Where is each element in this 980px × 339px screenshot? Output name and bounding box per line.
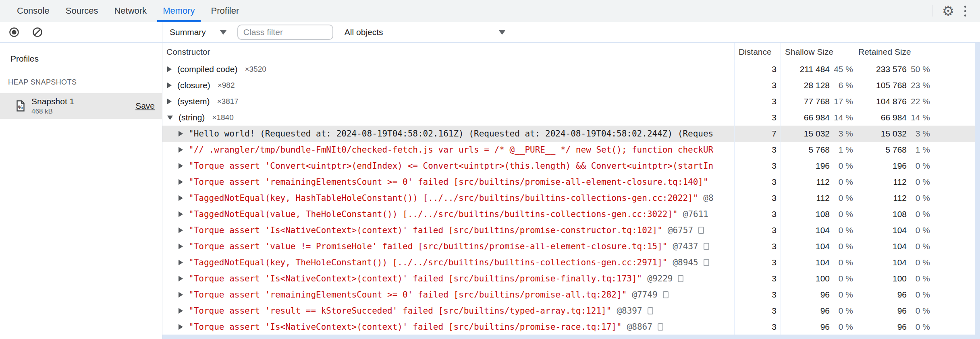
tab-memory[interactable]: Memory	[156, 0, 201, 22]
chevron-down-icon	[498, 30, 506, 35]
table-row[interactable]: (system) ×3817 3 77 768 17 % 104 876 22 …	[162, 93, 980, 110]
grid-header: Constructor Distance Shallow Size Retain…	[162, 43, 980, 61]
object-id: @8945	[673, 258, 698, 267]
sidebar-item-snapshot-1[interactable]: % Snapshot 1 468 kB Save	[0, 93, 162, 119]
record-heap-snapshot-button[interactable]	[6, 24, 23, 41]
object-id: @8397	[617, 306, 642, 316]
shallow-size-value: 104	[816, 242, 830, 251]
column-header-shallow-size[interactable]: Shallow Size	[781, 43, 854, 61]
expand-arrow-icon[interactable]	[179, 179, 183, 185]
retained-size-value: 96	[897, 306, 907, 316]
objects-scope-select[interactable]: All objects	[341, 22, 510, 42]
save-link[interactable]: Save	[135, 101, 155, 111]
expand-arrow-icon[interactable]	[179, 147, 183, 153]
more-options-button[interactable]	[957, 2, 974, 19]
memory-toolbar: Summary All objects	[0, 22, 980, 43]
expand-arrow-icon[interactable]	[167, 116, 173, 120]
constructor-cell: "TaggedNotEqual(key, HashTableHoleConsta…	[162, 190, 735, 206]
distance-value: 3	[772, 177, 777, 187]
vertical-scrollbar-track[interactable]	[975, 43, 980, 339]
table-row[interactable]: "TaggedNotEqual(key, TheHoleConstant()) …	[162, 254, 980, 271]
object-preview-icon[interactable]	[658, 323, 663, 331]
expand-arrow-icon[interactable]	[179, 227, 183, 233]
instance-count: ×3520	[245, 65, 266, 74]
table-row[interactable]: "Torque assert 'result == kStoreSucceded…	[162, 303, 980, 319]
object-id: @9229	[647, 274, 673, 283]
expand-arrow-icon[interactable]	[179, 308, 183, 314]
distance-value: 3	[772, 64, 777, 74]
distance-value: 3	[772, 161, 777, 171]
expand-arrow-icon[interactable]	[179, 292, 183, 298]
expand-arrow-icon[interactable]	[179, 195, 183, 201]
constructor-cell: "Torque assert 'remainingElementsCount >…	[162, 174, 735, 190]
expand-arrow-icon[interactable]	[167, 66, 172, 72]
expand-arrow-icon[interactable]	[179, 163, 183, 169]
tab-console[interactable]: Console	[10, 0, 56, 22]
retained-size-value: 108	[893, 209, 907, 219]
table-row[interactable]: "// .wrangler/tmp/bundle-FmNIt0/checked-…	[162, 142, 980, 158]
table-row[interactable]: "TaggedNotEqual(key, HashTableHoleConsta…	[162, 190, 980, 206]
expand-arrow-icon[interactable]	[179, 131, 183, 136]
shallow-size-cell: 96 0 %	[781, 287, 854, 303]
class-filter-input[interactable]	[237, 25, 333, 40]
constructor-cell: "Torque assert 'Is<NativeContext>(contex…	[162, 319, 735, 335]
table-row[interactable]: "Torque assert 'remainingElementsCount >…	[162, 174, 980, 190]
expand-arrow-icon[interactable]	[179, 260, 183, 265]
tab-profiler[interactable]: Profiler	[205, 0, 246, 22]
table-row[interactable]: (string) ×1840 3 66 984 14 % 66 984 14 %	[162, 110, 980, 126]
perspective-select[interactable]: Summary	[166, 22, 231, 42]
expand-arrow-icon[interactable]	[179, 244, 183, 249]
devtools-memory-panel: Console Sources Network Memory Profiler …	[0, 0, 980, 339]
table-row[interactable]: "Torque assert 'Is<NativeContext>(contex…	[162, 271, 980, 287]
constructor-cell: "Torque assert 'Convert<uintptr>(endInde…	[162, 158, 735, 174]
table-row[interactable]: "Torque assert 'Is<NativeContext>(contex…	[162, 319, 980, 335]
expand-arrow-icon[interactable]	[179, 276, 183, 281]
object-preview-icon[interactable]	[678, 275, 683, 282]
heap-snapshot-file-icon: %	[16, 100, 25, 112]
shallow-size-value: 211 484	[800, 64, 830, 74]
table-row[interactable]: "Torque assert 'Is<NativeContext>(contex…	[162, 222, 980, 238]
shallow-size-value: 104	[816, 258, 830, 267]
retained-size-cell: 196 0 %	[854, 158, 980, 174]
table-row[interactable]: (closure) ×982 3 28 128 6 % 105 768 23 %	[162, 77, 980, 93]
table-row[interactable]: "Torque assert 'value != PromiseHole' fa…	[162, 238, 980, 254]
object-preview-icon[interactable]	[663, 291, 669, 298]
table-row[interactable]: "Hello world! (Requested at: 2024-08-19T…	[162, 126, 980, 142]
retained-size-percent: 14 %	[907, 113, 930, 122]
horizontal-scrollbar-track[interactable]	[162, 335, 980, 339]
snapshot-name: Snapshot 1	[31, 97, 74, 106]
column-header-distance[interactable]: Distance	[735, 43, 781, 61]
constructor-label: "Torque assert 'Is<NativeContext>(contex…	[189, 274, 642, 283]
retained-size-percent: 0 %	[907, 242, 930, 251]
object-preview-icon[interactable]	[698, 227, 704, 234]
constructor-label: "Torque assert 'remainingElementsCount >…	[189, 177, 708, 187]
table-row[interactable]: (compiled code) ×3520 3 211 484 45 % 233…	[162, 61, 980, 77]
constructor-label: (closure)	[177, 81, 210, 90]
object-preview-icon[interactable]	[648, 307, 653, 314]
tab-network[interactable]: Network	[108, 0, 153, 22]
retained-size-cell: 5 768 1 %	[854, 142, 980, 158]
settings-button[interactable]: ⚙	[940, 2, 957, 19]
clear-profiles-button[interactable]	[29, 24, 46, 41]
tab-sources[interactable]: Sources	[59, 0, 105, 22]
expand-arrow-icon[interactable]	[179, 324, 183, 330]
distance-value: 3	[772, 290, 777, 300]
column-header-constructor[interactable]: Constructor	[162, 43, 735, 61]
shallow-size-value: 96	[820, 306, 830, 316]
expand-arrow-icon[interactable]	[179, 211, 183, 217]
retained-size-value: 196	[893, 161, 907, 171]
object-preview-icon[interactable]	[704, 243, 709, 250]
table-row[interactable]: "Torque assert 'remainingElementsCount >…	[162, 287, 980, 303]
table-row[interactable]: "Torque assert 'Convert<uintptr>(endInde…	[162, 158, 980, 174]
distance-cell: 3	[735, 142, 781, 158]
expand-arrow-icon[interactable]	[167, 83, 172, 88]
profiles-title: Profiles	[10, 54, 162, 64]
shallow-size-percent: 6 %	[830, 81, 853, 90]
expand-arrow-icon[interactable]	[167, 99, 172, 104]
table-row[interactable]: "TaggedNotEqual(value, TheHoleConstant()…	[162, 206, 980, 222]
column-header-retained-size[interactable]: Retained Size	[854, 43, 980, 61]
instance-count: ×1840	[212, 113, 233, 122]
svg-text:%: %	[18, 104, 23, 110]
object-preview-icon[interactable]	[704, 259, 709, 266]
retained-size-percent: 0 %	[907, 290, 930, 300]
